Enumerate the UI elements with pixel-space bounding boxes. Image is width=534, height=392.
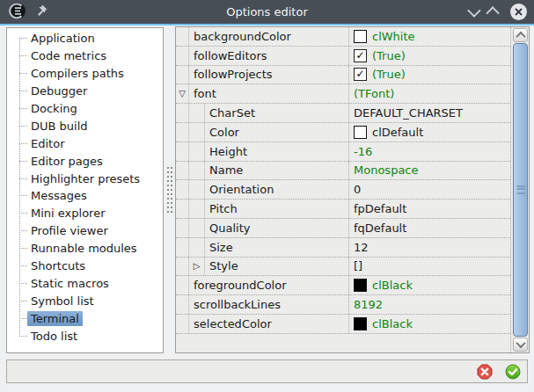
property-value-cell[interactable]: clWhite (348, 27, 510, 46)
property-value-cell[interactable]: [] (348, 258, 510, 276)
sidebar-item-terminal[interactable]: Terminal (7, 309, 161, 327)
window-titlebar: Options editor (0, 0, 534, 24)
expander-icon[interactable]: ▽ (179, 90, 186, 98)
row-gutter (176, 180, 189, 199)
color-swatch (354, 126, 367, 139)
sidebar-item-editor-pages[interactable]: Editor pages (7, 152, 161, 170)
footer-bar (6, 359, 528, 383)
sidebar-item-editor[interactable]: Editor (7, 134, 161, 152)
tree-branch-icon (19, 38, 27, 39)
tree-branch-icon (19, 265, 27, 266)
property-row-foregroundColor[interactable]: foregroundColor clBlack (176, 276, 510, 295)
property-value-cell[interactable]: clDefault (348, 123, 510, 142)
category-list: Application Code metrics Compilers paths… (7, 30, 161, 345)
property-value-cell[interactable]: fqDefault (348, 219, 510, 237)
property-row-Name[interactable]: Name Monospace (176, 162, 510, 181)
tree-branch-icon (19, 283, 27, 284)
vertical-scrollbar[interactable] (512, 27, 529, 352)
property-row-Color[interactable]: Color clDefault (176, 123, 510, 142)
property-value: clBlack (372, 317, 413, 330)
sidebar-item-mini-explorer[interactable]: Mini explorer (7, 205, 161, 222)
sidebar-item-label: Docking (27, 101, 81, 116)
property-value-cell[interactable]: clBlack (348, 315, 510, 333)
property-value-cell[interactable]: clBlack (348, 276, 510, 294)
sidebar-item-profile-viewer[interactable]: Profile viewer (7, 222, 161, 240)
sidebar-item-label: DUB build (27, 119, 91, 134)
property-row-Quality[interactable]: Quality fqDefault (176, 219, 510, 238)
sidebar-item-label: Editor pages (27, 154, 106, 169)
sidebar-item-symbol-list[interactable]: Symbol list (7, 292, 161, 309)
checkbox[interactable]: ✓ (354, 68, 367, 81)
close-button[interactable] (510, 4, 527, 20)
sidebar-item-label: Debugger (27, 83, 91, 98)
window-title: Options editor (0, 0, 534, 24)
sidebar-item-label: Mini explorer (27, 206, 109, 221)
scroll-up-button[interactable] (513, 28, 528, 42)
tree-branch-icon (19, 161, 27, 162)
tree-branch-icon (19, 248, 27, 249)
cancel-button[interactable] (477, 364, 493, 380)
property-row-Orientation[interactable]: Orientation 0 (176, 180, 510, 200)
property-row-scrollbackLines[interactable]: scrollbackLines 8192 (176, 295, 510, 315)
property-value-cell[interactable]: fpDefault (348, 200, 510, 218)
row-indent (189, 162, 205, 180)
property-value-cell[interactable]: Monospace (348, 162, 510, 180)
scroll-down-button[interactable] (513, 338, 528, 352)
sidebar-item-docking[interactable]: Docking (7, 100, 161, 118)
sidebar-item-compilers-paths[interactable]: Compilers paths (7, 65, 161, 83)
property-row-Pitch[interactable]: Pitch fpDefault (176, 200, 510, 219)
sidebar-item-shortcuts[interactable]: Shortcuts (7, 258, 161, 275)
minimize-button[interactable] (467, 4, 481, 18)
property-row-backgroundColor[interactable]: backgroundColor clWhite (176, 27, 510, 47)
property-value-cell[interactable]: DEFAULT_CHARSET (348, 104, 510, 122)
property-value-cell[interactable]: 8192 (348, 295, 510, 314)
sidebar-item-application[interactable]: Application (7, 30, 161, 47)
tree-branch-icon (19, 55, 27, 56)
property-row-Size[interactable]: Size 12 (176, 238, 510, 258)
row-gutter (176, 238, 189, 257)
sidebar-item-runnable-modules[interactable]: Runnable modules (7, 240, 161, 258)
checkbox[interactable]: ✓ (354, 49, 367, 62)
property-row-selectedColor[interactable]: selectedColor clBlack (176, 315, 510, 334)
sidebar-item-messages[interactable]: Messages (7, 187, 161, 205)
expander-icon[interactable]: ▷ (194, 262, 201, 271)
property-row-Style[interactable]: ▷ Style [] (176, 258, 510, 277)
accept-button[interactable] (505, 364, 521, 380)
property-row-CharSet[interactable]: CharSet DEFAULT_CHARSET (176, 104, 510, 123)
property-row-Height[interactable]: Height -16 (176, 142, 510, 162)
sidebar-item-code-metrics[interactable]: Code metrics (7, 47, 161, 65)
property-row-followProjects[interactable]: followProjects ✓ (True) (176, 66, 510, 85)
row-gutter (176, 104, 189, 122)
property-value-cell[interactable]: 0 (348, 180, 510, 199)
sidebar-item-highlighter-presets[interactable]: Highlighter presets (7, 170, 161, 187)
row-gutter (176, 162, 189, 180)
property-row-followEditors[interactable]: followEditors ✓ (True) (176, 47, 510, 66)
property-value: Monospace (354, 163, 419, 177)
sidebar-item-dub-build[interactable]: DUB build (7, 117, 161, 134)
active-window-accent-line (0, 24, 534, 25)
scrollbar-thumb[interactable] (513, 43, 528, 337)
row-gutter (176, 219, 189, 237)
row-gutter (176, 66, 189, 84)
sidebar-item-todo-list[interactable]: Todo list (7, 327, 161, 345)
property-value: (True) (372, 68, 406, 81)
tree-branch-icon (19, 230, 27, 231)
property-value-cell[interactable]: -16 (348, 142, 510, 161)
property-grid-panel: backgroundColor clWhite followEditors ✓ … (175, 26, 530, 353)
property-value: -16 (354, 145, 372, 158)
row-gutter (176, 315, 189, 333)
chevron-down-icon (516, 338, 525, 348)
panel-splitter[interactable] (164, 27, 175, 353)
sidebar-item-label: Compilers paths (27, 66, 128, 81)
property-value-cell[interactable]: ✓ (True) (348, 66, 510, 84)
maximize-button[interactable] (486, 6, 500, 20)
tree-branch-icon (19, 91, 27, 91)
property-row-font[interactable]: ▽ font (TFont) (176, 84, 510, 104)
property-value-cell[interactable]: ✓ (True) (348, 47, 510, 65)
property-value: (True) (372, 49, 406, 62)
tree-branch-icon (19, 213, 27, 214)
property-value-cell[interactable]: (TFont) (348, 84, 510, 103)
sidebar-item-debugger[interactable]: Debugger (7, 83, 161, 100)
sidebar-item-static-macros[interactable]: Static macros (7, 274, 161, 292)
property-value-cell[interactable]: 12 (348, 238, 510, 257)
